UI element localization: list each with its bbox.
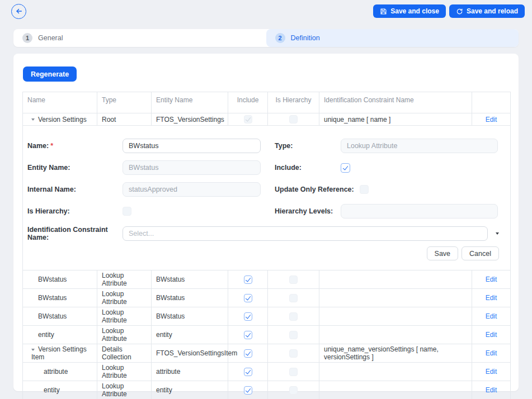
save-and-close-label: Save and close <box>390 7 439 15</box>
column-header-name: Name <box>23 92 97 113</box>
is-hierarchy-label: Is Hierarchy: <box>27 207 123 215</box>
table-row: entityLookup AttributeentityEdit <box>23 381 511 399</box>
type-label: Type: <box>261 142 341 150</box>
name-input[interactable] <box>123 139 261 153</box>
table-row: BWstatusLookup AttributeBWstatusEdit <box>23 289 511 307</box>
row-is-hierarchy-checkbox <box>289 276 298 284</box>
row-include-checkbox[interactable] <box>244 331 252 339</box>
row-constraint <box>319 326 472 344</box>
edit-link[interactable]: Edit <box>486 386 497 394</box>
step-number-badge: 2 <box>275 33 285 43</box>
collapse-caret-icon[interactable] <box>31 118 35 121</box>
row-constraint <box>319 363 472 381</box>
row-include-checkbox[interactable] <box>244 276 252 284</box>
update-only-reference-label: Update Only Reference: <box>275 186 354 193</box>
type-input <box>341 139 498 153</box>
form-row-name-type: Name:* Type: <box>27 139 510 153</box>
edit-link[interactable]: Edit <box>486 294 497 302</box>
row-is-hierarchy-checkbox <box>289 115 298 124</box>
row-name: Version Settings <box>38 116 87 124</box>
row-include-checkbox <box>244 115 252 124</box>
step-definition[interactable]: 2 Definition <box>266 29 519 47</box>
entity-name-input <box>123 160 261 175</box>
name-label: Name:* <box>27 142 123 150</box>
arrow-left-icon <box>15 7 23 15</box>
row-name: entity <box>44 386 60 394</box>
edit-link[interactable]: Edit <box>486 116 497 124</box>
column-header-identification-constraint-name: Identification Constraint Name <box>319 92 472 113</box>
form-row-hierarchy: Is Hierarchy: Hierarchy Levels: <box>27 204 510 218</box>
row-entity-name: FTOS_VersionSettings <box>152 113 228 126</box>
row-constraint: unique_name [ name ] <box>319 113 472 126</box>
include-checkbox[interactable] <box>341 163 350 173</box>
table-top-body: Version SettingsRootFTOS_VersionSettings… <box>23 113 511 126</box>
edit-link[interactable]: Edit <box>486 368 497 376</box>
top-bar: Save and close Save and reload <box>11 3 525 19</box>
table-row: attributeLookup AttributeattributeEdit <box>23 363 511 381</box>
row-entity-name: BWstatus <box>152 289 228 307</box>
row-entity-name: entity <box>152 326 228 344</box>
form-buttons: Save Cancel <box>23 246 499 260</box>
edit-link[interactable]: Edit <box>486 349 497 357</box>
include-label: Include: <box>261 164 341 172</box>
update-only-reference-checkbox <box>360 185 369 194</box>
dropdown-caret-icon[interactable] <box>496 232 499 235</box>
collapse-caret-icon[interactable] <box>31 349 35 351</box>
row-constraint <box>319 381 472 399</box>
is-hierarchy-checkbox <box>123 207 131 216</box>
identification-constraint-select[interactable] <box>123 226 488 241</box>
row-constraint: unique_name_versionSettings [ name, vers… <box>319 344 472 363</box>
step-label: General <box>38 34 63 42</box>
back-button[interactable] <box>11 4 26 19</box>
row-constraint <box>319 289 472 307</box>
table-bottom-body: BWstatusLookup AttributeBWstatusEditBWst… <box>23 270 511 399</box>
save-and-close-button[interactable]: Save and close <box>373 4 446 18</box>
row-name: entity <box>38 331 54 339</box>
row-entity-name: FTOS_VersionSettingsItem <box>152 344 228 363</box>
column-header-include: Include <box>228 92 268 113</box>
row-include-checkbox[interactable] <box>244 386 252 395</box>
step-label: Definition <box>291 34 320 42</box>
entity-name-label: Entity Name: <box>27 164 123 172</box>
row-name: Version Settings Item <box>31 345 87 361</box>
step-general[interactable]: 1 General <box>13 29 266 47</box>
save-and-reload-label: Save and reload <box>467 7 518 15</box>
definition-panel: Regenerate Name Type Entity Name Include… <box>13 54 519 391</box>
row-include-checkbox[interactable] <box>244 312 252 321</box>
page: Save and close Save and reload 1 General… <box>0 0 532 399</box>
column-header-type: Type <box>97 92 152 113</box>
row-is-hierarchy-checkbox <box>289 312 298 321</box>
edit-link[interactable]: Edit <box>486 312 497 320</box>
hierarchy-levels-input <box>341 204 498 218</box>
row-constraint <box>319 307 472 326</box>
row-type: Lookup Attribute <box>97 381 152 399</box>
regenerate-button[interactable]: Regenerate <box>23 66 77 82</box>
save-and-reload-button[interactable]: Save and reload <box>449 4 525 18</box>
row-name: BWstatus <box>38 294 67 302</box>
row-is-hierarchy-checkbox <box>289 386 298 395</box>
row-include-checkbox[interactable] <box>244 349 252 358</box>
step-number-badge: 1 <box>22 33 32 43</box>
edit-link[interactable]: Edit <box>486 276 497 283</box>
row-type: Lookup Attribute <box>97 363 152 381</box>
hierarchy-levels-label: Hierarchy Levels: <box>261 207 341 215</box>
save-icon <box>380 8 387 15</box>
row-entity-name: BWstatus <box>152 270 228 289</box>
required-asterisk: * <box>50 142 53 150</box>
step-bar: 1 General 2 Definition <box>13 29 519 47</box>
internal-name-input <box>123 182 261 197</box>
row-include-checkbox[interactable] <box>244 294 252 302</box>
row-type: Details Collection <box>97 344 152 363</box>
row-name: BWstatus <box>38 312 67 320</box>
row-entity-name: BWstatus <box>152 307 228 326</box>
top-actions: Save and close Save and reload <box>373 4 525 18</box>
table-row: Version Settings ItemDetails CollectionF… <box>23 344 511 363</box>
form-row-internal-update: Internal Name: Update Only Reference: <box>27 182 510 197</box>
table-row: BWstatusLookup AttributeBWstatusEdit <box>23 307 511 326</box>
row-type: Lookup Attribute <box>97 326 152 344</box>
row-type: Lookup Attribute <box>97 289 152 307</box>
form-save-button[interactable]: Save <box>427 246 459 260</box>
form-cancel-button[interactable]: Cancel <box>462 246 499 260</box>
edit-link[interactable]: Edit <box>486 331 497 339</box>
row-include-checkbox[interactable] <box>244 368 252 376</box>
